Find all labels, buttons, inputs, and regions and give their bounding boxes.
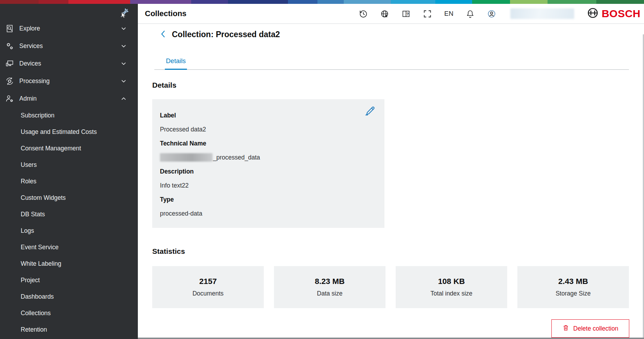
sidebar-item-subscription[interactable]: Subscription bbox=[0, 107, 138, 124]
chevron-down-icon bbox=[121, 43, 127, 49]
subnav-label: Roles bbox=[21, 178, 36, 185]
sidebar-item-retention[interactable]: Retention bbox=[0, 321, 138, 338]
field-type-value: processed-data bbox=[160, 206, 374, 221]
stat-card-total-index-size: 108 KB Total index size bbox=[396, 266, 507, 308]
sidebar: Explore Services bbox=[0, 4, 138, 339]
details-card: Label Processed data2 Technical Name _pr… bbox=[152, 99, 384, 228]
sidebar-item-white-labeling[interactable]: White Labeling bbox=[0, 256, 138, 272]
subnav-label: Logs bbox=[21, 227, 34, 235]
sidebar-item-explore[interactable]: Explore bbox=[0, 20, 138, 37]
account-button[interactable] bbox=[487, 9, 496, 19]
stat-value: 2157 bbox=[199, 277, 217, 286]
subnav-label: Project bbox=[21, 277, 40, 284]
subnav-label: Collections bbox=[21, 310, 51, 317]
sidebar-item-collections[interactable]: Collections bbox=[0, 305, 138, 321]
edit-pencil-icon bbox=[364, 113, 376, 118]
admin-user-gear-icon bbox=[5, 94, 14, 103]
fullscreen-button[interactable] bbox=[423, 9, 432, 19]
vertical-scrollbar[interactable] bbox=[643, 34, 644, 339]
history-button[interactable] bbox=[358, 9, 368, 19]
sidebar-item-admin[interactable]: Admin bbox=[0, 90, 138, 107]
web-globe-icon bbox=[380, 14, 389, 20]
edit-details-button[interactable] bbox=[363, 105, 376, 117]
page-title: Collections bbox=[145, 9, 187, 18]
devices-screen-icon bbox=[5, 59, 14, 68]
subnav-label: DB Stats bbox=[21, 211, 45, 218]
statistics-cards: 2157 Documents 8.23 MB Data size 108 KB … bbox=[152, 266, 629, 308]
sidebar-item-services[interactable]: Services bbox=[0, 37, 138, 55]
sidebar-admin-subnav: Subscription Usage and Estimated Costs C… bbox=[0, 107, 138, 338]
sidebar-nav: Explore Services bbox=[0, 20, 138, 338]
delete-collection-button[interactable]: Delete collection bbox=[551, 319, 629, 338]
delete-collection-label: Delete collection bbox=[573, 325, 618, 332]
notifications-button[interactable] bbox=[465, 9, 475, 19]
chevron-up-icon bbox=[121, 96, 127, 102]
sidebar-item-usage-and-estimated-costs[interactable]: Usage and Estimated Costs bbox=[0, 124, 138, 140]
sidebar-item-roles[interactable]: Roles bbox=[0, 173, 138, 190]
bosch-supergraphic-stripe bbox=[0, 0, 644, 4]
trash-icon bbox=[562, 324, 569, 333]
horizontal-scrollbar[interactable] bbox=[138, 338, 644, 339]
stat-label: Data size bbox=[317, 290, 343, 297]
collection-page-head: Collection: Processed data2 bbox=[160, 29, 280, 40]
bosch-wordmark: BOSCH bbox=[602, 8, 640, 20]
header-actions: ? EN bbox=[358, 7, 640, 20]
sidebar-item-label: Devices bbox=[19, 60, 41, 67]
sidebar-item-consent-management[interactable]: Consent Management bbox=[0, 140, 138, 157]
stat-card-storage-size: 2.43 MB Storage Size bbox=[517, 266, 629, 308]
sidebar-item-users[interactable]: Users bbox=[0, 157, 138, 173]
help-manual-button[interactable]: ? bbox=[401, 9, 411, 19]
stat-label: Storage Size bbox=[556, 290, 591, 297]
tab-bar: Details bbox=[154, 53, 629, 70]
stat-value: 108 KB bbox=[438, 277, 465, 286]
subnav-label: White Labeling bbox=[21, 260, 61, 267]
collection-title: Collection: Processed data2 bbox=[172, 30, 280, 39]
tab-details[interactable]: Details bbox=[165, 53, 187, 70]
bosch-anchor-symbol-icon bbox=[587, 7, 599, 20]
sidebar-item-logs[interactable]: Logs bbox=[0, 223, 138, 239]
processing-gear-sync-icon bbox=[5, 76, 14, 86]
stat-value: 8.23 MB bbox=[315, 277, 344, 286]
chevron-down-icon bbox=[121, 78, 127, 84]
field-label-label: Label bbox=[160, 108, 374, 122]
sidebar-item-processing[interactable]: Processing bbox=[0, 72, 138, 90]
stat-label: Documents bbox=[193, 290, 224, 297]
help-manual-icon: ? bbox=[401, 14, 411, 20]
subnav-label: Custom Widgets bbox=[21, 194, 66, 202]
sidebar-item-db-stats[interactable]: DB Stats bbox=[0, 206, 138, 223]
statistics-section-heading: Statistics bbox=[152, 247, 185, 256]
stat-label: Total index size bbox=[430, 290, 472, 297]
subnav-label: Dashboards bbox=[21, 293, 54, 300]
user-name-redacted bbox=[510, 8, 574, 19]
sidebar-item-devices[interactable]: Devices bbox=[0, 55, 138, 72]
field-type-label: Type bbox=[160, 192, 374, 206]
sidebar-item-label: Admin bbox=[19, 95, 37, 102]
field-label-value: Processed data2 bbox=[160, 122, 374, 136]
subnav-label: Consent Management bbox=[21, 145, 81, 152]
sidebar-item-project[interactable]: Project bbox=[0, 272, 138, 289]
chevron-down-icon bbox=[121, 61, 127, 67]
technical-name-suffix: _processed_data bbox=[213, 154, 260, 161]
field-description-value: Info text22 bbox=[160, 178, 374, 192]
subnav-label: Subscription bbox=[21, 112, 54, 119]
fullscreen-icon bbox=[423, 14, 432, 20]
unpin-sidebar-button[interactable] bbox=[117, 7, 131, 21]
subnav-label: Event Service bbox=[21, 244, 59, 251]
sidebar-item-event-service[interactable]: Event Service bbox=[0, 239, 138, 256]
field-description-label: Description bbox=[160, 164, 374, 178]
subnav-label: Users bbox=[21, 161, 37, 169]
sidebar-item-custom-widgets[interactable]: Custom Widgets bbox=[0, 190, 138, 206]
language-selector[interactable]: EN bbox=[444, 10, 454, 18]
field-technical-name-label: Technical Name bbox=[160, 136, 374, 150]
notifications-bell-icon bbox=[465, 14, 475, 20]
sidebar-item-label: Processing bbox=[19, 77, 50, 85]
sidebar-item-dashboards[interactable]: Dashboards bbox=[0, 289, 138, 305]
chevron-left-icon bbox=[160, 29, 167, 40]
stat-card-documents: 2157 Documents bbox=[152, 266, 264, 308]
bosch-logo: BOSCH bbox=[587, 7, 640, 20]
sidebar-item-label: Services bbox=[19, 42, 43, 50]
technical-name-redacted bbox=[160, 153, 213, 162]
back-button[interactable] bbox=[160, 29, 167, 40]
subnav-label: Usage and Estimated Costs bbox=[21, 128, 97, 136]
web-globe-button[interactable] bbox=[380, 9, 389, 19]
